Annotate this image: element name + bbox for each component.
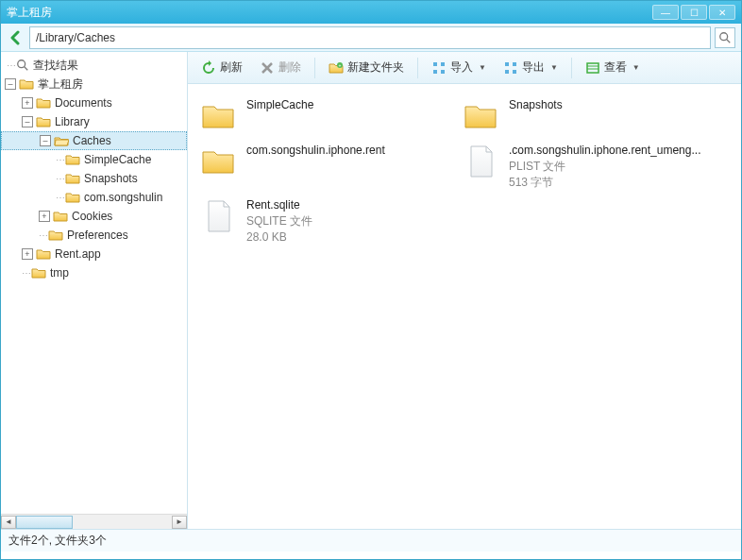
delete-button[interactable]: 删除	[254, 57, 307, 78]
dropdown-icon: ▼	[632, 63, 640, 72]
item-filetype: SQLITE 文件	[246, 213, 312, 229]
file-item[interactable]: .com.songshulin.iphone.rent_umeng... PLI…	[458, 139, 720, 194]
address-bar	[1, 24, 741, 52]
newfolder-icon: +	[329, 60, 344, 76]
svg-rect-9	[441, 62, 445, 66]
import-button[interactable]: 导入 ▼	[426, 57, 492, 78]
import-icon	[431, 60, 447, 76]
folder-icon	[199, 97, 237, 135]
search-button[interactable]	[715, 27, 735, 48]
item-filetype: PLIST 文件	[509, 159, 700, 175]
tree-label: Caches	[73, 134, 111, 147]
newfolder-label: 新建文件夹	[347, 59, 404, 76]
tree-preferences[interactable]: ⋯ Preferences	[1, 226, 187, 245]
collapse-toggle[interactable]: –	[22, 116, 33, 127]
svg-text:+: +	[339, 62, 342, 68]
tree-label: com.songshulin	[84, 191, 162, 204]
item-name: com.songshulin.iphone.rent	[246, 143, 385, 159]
folder-icon	[31, 266, 46, 280]
tree-label: 掌上租房	[38, 76, 83, 93]
folder-item[interactable]: Snapshots	[458, 93, 720, 139]
tree-search-results[interactable]: ⋯ 查找结果	[1, 56, 187, 75]
view-icon	[585, 60, 600, 76]
folder-icon	[65, 191, 80, 204]
address-input[interactable]	[29, 26, 711, 49]
tree-label: tmp	[50, 266, 69, 280]
expand-toggle[interactable]: +	[22, 97, 33, 109]
expand-toggle[interactable]: +	[39, 211, 50, 222]
svg-point-2	[18, 60, 25, 68]
export-button[interactable]: 导出 ▼	[497, 57, 564, 78]
scroll-right-button[interactable]: ►	[172, 516, 187, 529]
expand-toggle[interactable]: +	[22, 248, 33, 260]
item-name: SimpleCache	[246, 97, 313, 113]
folder-item[interactable]: SimpleCache	[195, 93, 458, 139]
tree-label: Rent.app	[55, 247, 101, 261]
collapse-toggle[interactable]: –	[5, 78, 16, 90]
magnifier-icon	[16, 59, 29, 72]
tree-tmp[interactable]: ⋯ tmp	[1, 263, 187, 282]
back-button[interactable]	[7, 28, 25, 47]
tree-comsong[interactable]: ⋯ com.songshulin	[1, 188, 187, 207]
tree-caches[interactable]: – Caches	[1, 131, 187, 150]
folder-icon	[48, 229, 63, 242]
svg-rect-13	[513, 62, 516, 66]
import-label: 导入	[450, 59, 473, 76]
tree-label: Snapshots	[84, 172, 138, 185]
minimize-button[interactable]: —	[652, 5, 679, 20]
folder-icon	[19, 77, 34, 91]
svg-line-1	[727, 39, 731, 42]
tree-label: Cookies	[72, 210, 112, 223]
tree-label: Preferences	[67, 229, 128, 242]
tree-simplecache[interactable]: ⋯ SimpleCache	[1, 150, 187, 169]
file-list: SimpleCache Snapshots com.songshulin.iph…	[188, 84, 741, 529]
item-name: .com.songshulin.iphone.rent_umeng...	[509, 143, 700, 159]
svg-rect-10	[433, 70, 437, 74]
tree-root[interactable]: – 掌上租房	[1, 75, 187, 93]
folder-icon	[462, 97, 499, 135]
svg-rect-15	[513, 70, 516, 74]
item-name: Rent.sqlite	[246, 197, 312, 213]
svg-rect-16	[587, 63, 599, 73]
folder-open-icon	[54, 134, 69, 147]
tree-label: SimpleCache	[84, 153, 151, 166]
newfolder-button[interactable]: + 新建文件夹	[323, 57, 410, 78]
svg-point-0	[720, 32, 728, 40]
svg-rect-11	[441, 70, 445, 74]
close-button[interactable]: ✕	[709, 5, 735, 20]
delete-label: 删除	[278, 59, 301, 76]
tree-label: Documents	[55, 96, 112, 110]
tree-cookies[interactable]: + Cookies	[1, 207, 187, 226]
export-label: 导出	[522, 59, 545, 76]
item-filesize: 513 字节	[509, 175, 700, 191]
item-name: Snapshots	[509, 97, 563, 113]
view-button[interactable]: 查看 ▼	[580, 57, 646, 78]
export-icon	[503, 60, 518, 76]
folder-icon	[36, 96, 51, 110]
view-label: 查看	[604, 59, 627, 76]
title-bar: 掌上租房 — ☐ ✕	[1, 1, 741, 24]
tree-documents[interactable]: + Documents	[1, 93, 187, 112]
item-filesize: 28.0 KB	[246, 229, 312, 246]
tree-snapshots[interactable]: ⋯ Snapshots	[1, 169, 187, 188]
sidebar-scrollbar[interactable]: ◄ ►	[1, 514, 187, 529]
folder-icon	[36, 247, 51, 261]
tree-label: 查找结果	[33, 58, 78, 74]
toolbar: 刷新 删除 + 新建文件夹 导入 ▼ 导出 ▼	[188, 52, 741, 84]
folder-icon	[65, 172, 80, 185]
tree-rentapp[interactable]: + Rent.app	[1, 245, 187, 263]
tree-label: Library	[55, 115, 90, 128]
sidebar-tree: ⋯ 查找结果 – 掌上租房 + Documents – Library	[1, 52, 188, 529]
refresh-button[interactable]: 刷新	[195, 57, 248, 78]
scroll-thumb[interactable]	[16, 516, 73, 529]
svg-line-3	[25, 67, 28, 71]
scroll-left-button[interactable]: ◄	[1, 516, 16, 529]
tree-library[interactable]: – Library	[1, 112, 187, 131]
maximize-button[interactable]: ☐	[681, 5, 707, 20]
collapse-toggle[interactable]: –	[40, 135, 51, 146]
file-item[interactable]: Rent.sqlite SQLITE 文件 28.0 KB	[195, 194, 458, 248]
delete-icon	[260, 60, 275, 76]
folder-item[interactable]: com.songshulin.iphone.rent	[195, 139, 458, 194]
dropdown-icon: ▼	[550, 63, 558, 72]
status-bar: 文件2个, 文件夹3个	[1, 529, 741, 552]
